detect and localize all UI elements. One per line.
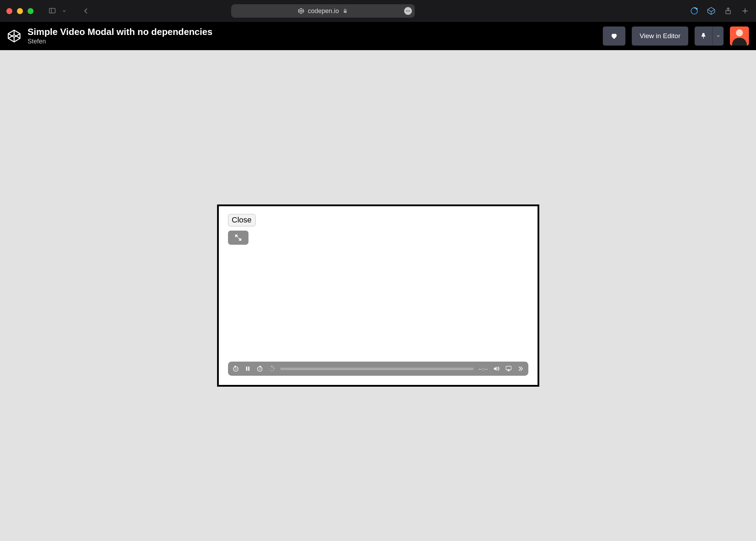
close-button[interactable]: Close	[228, 214, 256, 226]
airplay-icon[interactable]	[505, 365, 512, 372]
svg-point-6	[406, 11, 407, 12]
volume-icon[interactable]	[493, 365, 500, 372]
svg-rect-28	[272, 367, 274, 368]
video-modal: Close 15	[217, 204, 539, 387]
share-icon[interactable]	[724, 6, 733, 16]
video-controls: 15 15	[228, 362, 528, 376]
svg-rect-23	[246, 367, 247, 371]
site-favicon-icon	[298, 8, 304, 14]
downloads-icon[interactable]	[690, 6, 699, 16]
svg-rect-29	[273, 368, 275, 369]
picture-in-picture-button[interactable]	[228, 231, 248, 245]
expand-arrows-icon	[234, 234, 242, 242]
window-close-button[interactable]	[6, 8, 12, 14]
codepen-logo-icon[interactable]	[7, 29, 21, 43]
svg-rect-24	[248, 367, 249, 371]
lock-icon	[342, 8, 348, 14]
more-controls-icon[interactable]	[517, 365, 524, 372]
pause-icon[interactable]	[244, 365, 251, 372]
video-time-display: --:--	[479, 366, 488, 372]
view-in-editor-label: View in Editor	[640, 32, 680, 40]
skip-back-15-icon[interactable]: 15	[232, 365, 239, 372]
love-button[interactable]	[603, 26, 625, 46]
user-avatar[interactable]	[730, 26, 749, 46]
window-zoom-button[interactable]	[28, 8, 34, 14]
pen-author[interactable]: Stefen	[28, 38, 212, 45]
video-progress-track[interactable]	[280, 368, 474, 370]
svg-rect-30	[272, 370, 274, 371]
heart-icon	[610, 32, 618, 40]
chevron-down-icon	[716, 34, 721, 38]
skip-forward-15-icon[interactable]: 15	[256, 365, 263, 372]
address-bar[interactable]: codepen.io	[231, 4, 415, 18]
svg-rect-32	[269, 370, 271, 371]
extensions-icon[interactable]	[707, 6, 716, 16]
svg-marker-36	[507, 369, 510, 371]
back-button-icon[interactable]	[82, 6, 91, 16]
window-minimize-button[interactable]	[17, 8, 23, 14]
loading-spinner-icon	[268, 365, 275, 372]
pin-button[interactable]	[695, 26, 712, 46]
pen-title: Simple Video Modal with no dependencies	[28, 27, 212, 37]
svg-rect-5	[344, 11, 347, 13]
pin-button-group	[695, 26, 724, 46]
browser-toolbar: codepen.io	[0, 0, 756, 22]
svg-text:15: 15	[234, 368, 236, 370]
svg-rect-34	[269, 367, 271, 368]
preview-area: Close 15	[0, 50, 756, 541]
new-tab-icon[interactable]	[740, 6, 750, 16]
svg-point-10	[696, 8, 698, 10]
svg-point-7	[408, 11, 409, 12]
svg-rect-0	[49, 8, 55, 13]
svg-text:15: 15	[258, 368, 260, 370]
view-in-editor-button[interactable]: View in Editor	[632, 26, 688, 46]
svg-point-8	[409, 11, 410, 12]
svg-rect-31	[271, 370, 272, 372]
svg-rect-33	[269, 368, 270, 369]
codepen-header: Simple Video Modal with no dependencies …	[0, 22, 756, 50]
close-button-label: Close	[232, 215, 252, 224]
page-settings-icon[interactable]	[404, 7, 412, 15]
pin-icon	[700, 33, 707, 39]
tab-group-chevron-icon[interactable]	[60, 6, 69, 16]
pin-dropdown-button[interactable]	[712, 26, 724, 46]
window-controls	[6, 8, 34, 14]
svg-rect-27	[271, 366, 272, 367]
address-bar-domain: codepen.io	[308, 7, 339, 15]
sidebar-toggle-icon[interactable]	[48, 6, 57, 16]
